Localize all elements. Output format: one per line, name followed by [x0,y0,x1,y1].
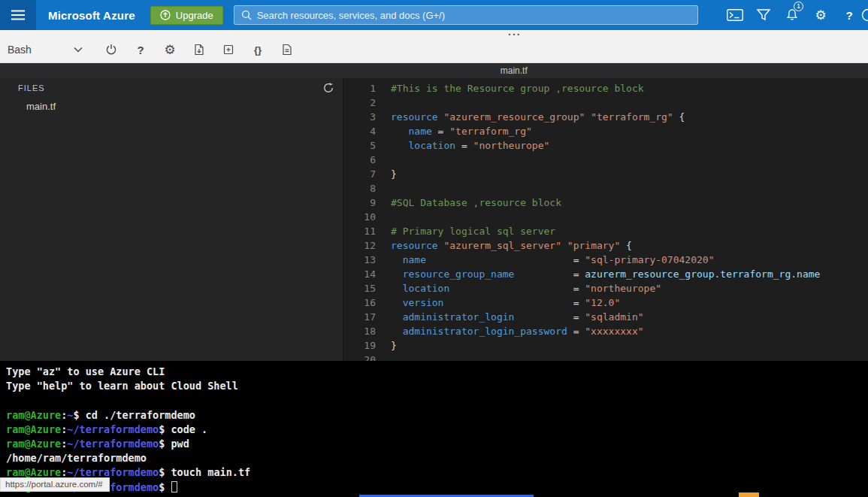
shell-type-label: Bash [8,44,32,56]
chevron-down-icon [74,47,83,53]
terminal-line [6,393,868,408]
code-line: 6 [343,153,868,167]
new-session-button[interactable] [221,44,236,56]
code-line: 16 version = "12.0" [343,295,868,310]
power-icon [105,44,117,56]
restart-shell-button[interactable] [104,44,119,56]
code-line-content: location = "northeurope" [391,281,661,295]
directory-filter-button[interactable] [749,0,778,30]
line-number: 20 [343,353,376,361]
brand-title[interactable]: Microsoft Azure [48,9,135,22]
line-number: 13 [343,253,376,267]
line-number: 11 [343,224,376,238]
notification-badge: 1 [794,2,803,11]
upgrade-button[interactable]: Upgrade [150,6,223,25]
shell-type-selector[interactable]: Bash [8,44,83,56]
file-item-maintf[interactable]: main.tf [0,98,343,115]
terminal[interactable]: Type "az" to use Azure CLIType "help" to… [0,361,868,497]
line-number: 6 [343,153,376,167]
portal-menu-button[interactable] [0,0,36,30]
code-line: 19} [343,338,868,353]
code-line-content: name = "terraform_rg" [391,124,532,138]
terminal-line: /home/ram/terraformdemo [6,451,868,465]
line-number: 17 [343,310,376,324]
hamburger-icon [11,10,25,20]
shell-settings-button[interactable]: ⚙ [162,44,177,56]
link-status-tooltip: https://portal.azure.com/# [0,477,110,492]
line-number: 5 [343,138,376,153]
editor-workspace: FILES main.tf 1#This is the Resource gro… [0,78,868,361]
code-line: 2 [343,95,868,110]
open-editor-button[interactable]: {} [250,45,265,55]
code-lines: 1#This is the Resource group ,resource b… [343,81,868,361]
terminal-line: Type "help" to learn about Cloud Shell [6,379,868,393]
line-number: 16 [343,295,376,310]
code-line-content: } [391,338,397,353]
line-number: 1 [343,81,376,95]
line-number: 4 [343,124,376,138]
shell-toolbar-row: Bash ? ⚙ [0,37,868,62]
notifications-button[interactable]: 1 [778,0,806,30]
code-line: 3resource "azurerm_resource_group" "terr… [343,110,868,124]
azure-header: Microsoft Azure Upgrade [0,0,868,30]
terminal-line: ram@Azure:~/terraformdemo$ code . [6,423,868,437]
shell-help-button[interactable]: ? [133,44,148,56]
code-line: 14 resource_group_name = azurerm_resourc… [343,267,868,281]
help-button[interactable]: ? [835,0,863,30]
code-line-content: resource "azurerm_resource_group" "terra… [391,110,685,124]
code-line: 8 [343,181,868,195]
line-number: 12 [343,238,376,253]
help-icon: ? [845,9,852,22]
cloud-shell-icon [727,9,743,21]
settings-button[interactable]: ⚙ [806,0,835,30]
search-input[interactable] [257,10,691,21]
code-line-content: #This is the Resource group ,resource bl… [391,81,644,95]
code-line: 15 location = "northeurope" [343,281,868,295]
web-preview-icon [281,44,293,56]
terminal-line: ram@Azure:~/terraformdemo$ pwd [6,437,868,451]
search-icon [241,10,252,20]
code-line-content: #SQL Database ,resource block [391,195,561,210]
code-editor[interactable]: 1#This is the Resource group ,resource b… [343,78,868,361]
files-panel-header: FILES [0,78,343,98]
code-line-content: version = "12.0" [391,295,620,310]
code-line: 17 administrator_login = "sqladmin" [343,310,868,324]
code-line: 12resource "azurerm_sql_server" "primary… [343,238,868,253]
code-line: 9#SQL Database ,resource block [343,195,868,210]
terminal-line: Type "az" to use Azure CLI [6,365,868,379]
files-panel-title: FILES [18,83,45,92]
gear-icon: ⚙ [815,9,826,22]
code-line: 18 administrator_login_password = "xxxxx… [343,324,868,338]
code-line-content: administrator_login_password = "xxxxxxxx… [391,324,644,338]
code-line-content: location = "northeurope" [391,138,549,153]
cloud-shell-button[interactable] [721,0,749,30]
code-line-content: resource_group_name = azurerm_resource_g… [391,267,820,281]
code-line: 7} [343,167,868,181]
feedback-button[interactable] [863,0,868,30]
bottom-progress-fragment-orange [739,492,759,497]
refresh-button[interactable] [323,83,334,93]
code-line: 20 [343,353,868,361]
editor-tabbar: main.tf [0,63,868,78]
line-number: 10 [343,210,376,224]
line-number: 9 [343,195,376,210]
web-preview-button[interactable] [280,44,295,56]
files-panel: FILES main.tf [0,78,343,361]
code-line-content: name = "sql-primary-07042020" [391,253,714,267]
cloudshell-toolbar: ... Bash ? ⚙ [0,30,868,63]
upgrade-label: Upgrade [176,10,213,21]
filter-icon [757,9,770,21]
shell-help-icon: ? [137,44,144,56]
code-line: 4 name = "terraform_rg" [343,124,868,138]
upload-download-button[interactable] [192,44,207,56]
new-session-icon [222,44,234,56]
feedback-icon [860,8,868,22]
code-line-content: # Primary logical sql server [391,224,555,238]
code-line: 5 location = "northeurope" [343,138,868,153]
editor-tab-maintf[interactable]: main.tf [501,63,528,78]
editor-braces-icon: {} [254,45,262,55]
code-line-content: administrator_login = "sqladmin" [391,310,644,324]
header-icon-group: 1 ⚙ ? [721,0,868,30]
line-number: 18 [343,324,376,338]
code-line: 10 [343,210,868,224]
